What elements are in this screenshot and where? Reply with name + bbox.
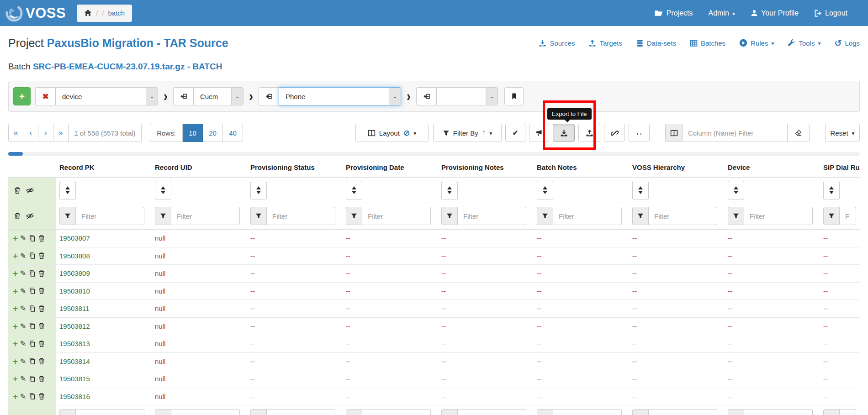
reset-button[interactable]: Reset ▾ [825,124,860,142]
column-header[interactable]: VOSS Hierarchy [629,163,724,171]
record-pk-cell[interactable]: 19503808 [56,252,151,260]
column-filter-input[interactable] [458,207,526,225]
record-pk-cell[interactable]: 19503809 [56,269,151,277]
delete-row-icon[interactable] [38,340,45,347]
hide-column-icon[interactable] [26,187,34,194]
delete-row-icon[interactable] [38,357,45,365]
add-filter-button[interactable]: + [13,87,31,105]
record-pk-cell[interactable]: 19503807 [56,234,151,242]
sort-column-button[interactable] [823,181,840,200]
next-page-button[interactable]: › [38,124,53,142]
nav-logs[interactable]: ↺ Logs [835,39,860,47]
funnel-icon[interactable] [632,207,649,225]
copy-row-icon[interactable] [29,375,36,383]
delete-row-icon[interactable] [38,375,45,383]
step-back-button[interactable] [416,87,436,105]
edit-row-icon[interactable]: ✎ [20,269,26,278]
record-pk-cell[interactable]: 19503810 [56,287,151,295]
funnel-icon[interactable] [537,409,553,415]
copy-row-icon[interactable] [29,252,36,259]
column-header[interactable]: Provisioning Status [247,163,342,171]
add-row-icon[interactable]: + [13,304,18,313]
add-row-icon[interactable]: + [13,339,18,348]
column-filter-input[interactable] [362,409,431,415]
column-header[interactable]: Record UID [151,163,247,171]
rows-40-button[interactable]: 40 [223,124,243,142]
funnel-icon[interactable] [441,409,458,415]
column-header[interactable]: Provisioning Notes [438,163,533,171]
delete-row-icon[interactable] [38,305,45,312]
resize-columns-button[interactable]: ↔ [629,124,650,142]
add-row-icon[interactable]: + [13,392,18,401]
delete-column-icon[interactable] [14,187,21,194]
filter-by-button[interactable]: Filter By ↑ ▾ [433,124,502,142]
nav-sources[interactable]: Sources [539,39,575,47]
edit-row-icon[interactable]: ✎ [20,287,26,295]
funnel-icon[interactable] [250,409,267,415]
funnel-icon[interactable] [632,409,649,415]
record-pk-cell[interactable]: 19503814 [56,357,151,365]
column-filter-input[interactable] [171,207,240,225]
funnel-icon[interactable] [155,207,171,225]
funnel-icon[interactable] [823,409,840,415]
funnel-icon[interactable] [441,207,458,225]
announce-button[interactable] [529,124,549,142]
column-filter-input[interactable] [267,409,335,415]
sort-column-button[interactable] [59,181,76,200]
delete-row-icon[interactable] [38,235,45,242]
sort-column-button[interactable] [155,181,171,200]
copy-row-icon[interactable] [29,393,36,400]
rows-10-button[interactable]: 10 [183,124,203,142]
copy-row-icon[interactable] [29,322,36,330]
record-pk-cell[interactable]: 19503812 [56,322,151,330]
import-from-file-button[interactable] [578,124,600,142]
sort-column-button[interactable] [441,181,458,200]
prev-page-button[interactable]: ‹ [23,124,38,142]
last-page-button[interactable]: » [53,124,69,142]
add-row-icon[interactable]: + [13,322,18,331]
funnel-icon[interactable] [59,409,76,415]
nav-tools[interactable]: Tools ▾ [788,39,820,47]
layout-button[interactable]: Layout ⊘ ▾ [355,124,429,142]
edit-row-icon[interactable]: ✎ [20,304,26,313]
column-header[interactable]: Device [724,163,820,171]
nav-projects[interactable]: Projects [655,9,693,17]
add-row-icon[interactable]: + [13,269,18,278]
record-pk-cell[interactable]: 19503815 [56,375,151,383]
column-header[interactable]: Provisioning Date [342,163,438,171]
voss-logo[interactable]: VOSS [5,4,66,23]
funnel-icon[interactable] [728,207,744,225]
funnel-icon[interactable] [728,409,744,415]
column-filter-input[interactable] [267,207,335,225]
nav-targets[interactable]: Targets [588,39,622,47]
funnel-icon[interactable] [59,207,76,225]
sort-column-button[interactable] [250,181,267,200]
column-filter-input[interactable] [840,409,856,415]
delete-row-icon[interactable] [38,252,45,259]
column-header[interactable]: Batch Notes [533,163,629,171]
add-row-icon[interactable]: + [13,357,18,366]
copy-row-icon[interactable] [29,287,36,294]
export-to-file-button[interactable] [553,124,575,142]
funnel-icon[interactable] [823,207,840,225]
edit-row-icon[interactable]: ✎ [20,357,26,366]
column-filter-input[interactable] [840,207,856,225]
column-filter-input[interactable] [76,207,144,225]
copy-row-icon[interactable] [29,305,36,312]
record-pk-cell[interactable]: 19503813 [56,340,151,347]
sort-column-button[interactable] [537,181,553,200]
delete-column-icon[interactable] [14,212,21,220]
bookmark-button[interactable] [504,87,524,105]
link-button[interactable] [604,124,625,142]
copy-row-icon[interactable] [29,340,36,347]
breadcrumb-current[interactable]: batch [108,9,125,17]
model-type-select[interactable]: device ⌄ [55,87,158,105]
delete-row-icon[interactable] [38,287,45,294]
column-header[interactable]: SIP Dial Rules [820,163,860,171]
column-filter-input[interactable] [76,409,144,415]
nav-your-profile[interactable]: Your Profile [751,9,799,17]
column-header[interactable]: Record PK [56,163,151,171]
step-back-button[interactable] [173,87,193,105]
funnel-icon[interactable] [346,207,362,225]
column-filter-input[interactable] [744,207,813,225]
